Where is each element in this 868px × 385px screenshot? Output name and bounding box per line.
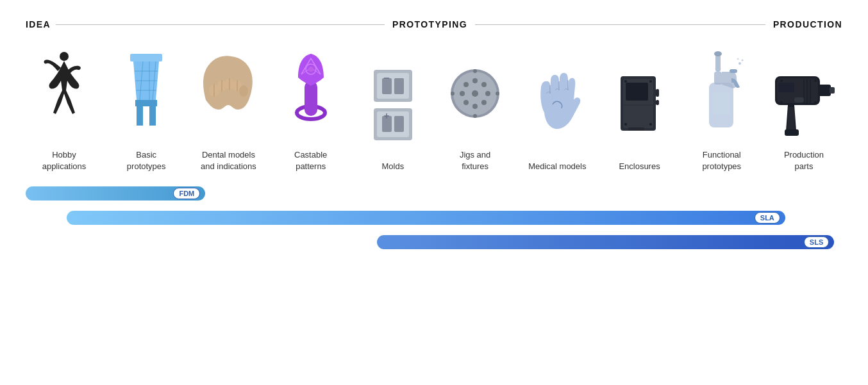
basic-image [114, 45, 178, 142]
svg-point-49 [451, 92, 455, 95]
svg-rect-78 [785, 129, 799, 136]
svg-point-87 [814, 101, 817, 104]
production-label: PRODUCTION [765, 19, 842, 29]
svg-point-0 [60, 52, 69, 61]
proto-wrap: PROTOTYPING [94, 19, 765, 29]
item-basic-prototypes: Basicprototypes [108, 45, 185, 172]
jigs-image [443, 45, 507, 142]
medical-label: Medical models [528, 161, 586, 172]
svg-rect-3 [137, 106, 143, 126]
line-mid-right [475, 24, 765, 25]
item-production-parts: Productionparts [765, 45, 842, 172]
svg-point-85 [814, 79, 817, 82]
item-jigs-fixtures: Jigs andfixtures [437, 45, 513, 172]
svg-rect-33 [394, 116, 404, 132]
svg-point-61 [649, 80, 652, 83]
item-enclosures: Enclosures [601, 57, 678, 172]
castable-label: Castablepatterns [294, 149, 327, 172]
svg-point-50 [496, 92, 499, 95]
item-castable-patterns: Castablepatterns [272, 45, 349, 172]
basic-label: Basicprototypes [127, 149, 166, 172]
svg-rect-56 [626, 83, 648, 101]
svg-point-40 [472, 104, 478, 109]
prototyping-label: PROTOTYPING [385, 19, 475, 29]
hobby-label: Hobbyapplications [42, 149, 87, 172]
idea-label: IDEA [26, 19, 51, 29]
svg-point-70 [737, 58, 739, 60]
functional-label: Functionalprototypes [702, 149, 741, 172]
item-functional-prototypes: Functionalprototypes [683, 45, 760, 172]
svg-point-23 [308, 67, 313, 72]
svg-point-63 [649, 123, 652, 126]
svg-rect-2 [135, 100, 157, 106]
fdm-label: FDM [173, 188, 200, 199]
enclosures-image [608, 57, 672, 153]
molds-label: Molds [382, 161, 405, 172]
svg-rect-59 [628, 127, 644, 131]
svg-point-15 [239, 85, 248, 97]
svg-rect-4 [149, 106, 156, 126]
sla-label: SLA [755, 212, 780, 224]
svg-rect-27 [394, 78, 404, 94]
svg-rect-72 [715, 54, 721, 72]
svg-rect-66 [714, 72, 722, 85]
line-mid-left [94, 24, 385, 25]
fdm-bar-row: FDM [26, 184, 842, 202]
svg-point-48 [473, 114, 477, 118]
sls-bar-row: SLS [26, 233, 842, 251]
item-molds: Molds [355, 57, 431, 172]
dental-label: Dental modelsand indications [201, 149, 256, 172]
production-label: Productionparts [784, 149, 824, 172]
jigs-label: Jigs andfixtures [460, 149, 490, 172]
svg-point-68 [739, 62, 741, 65]
svg-rect-77 [830, 87, 835, 94]
sls-bar: SLS [377, 235, 834, 249]
svg-point-39 [472, 78, 478, 83]
svg-rect-76 [818, 85, 831, 96]
sla-bar: SLA [67, 211, 785, 225]
svg-point-69 [741, 59, 743, 61]
svg-point-42 [485, 91, 490, 96]
svg-point-45 [463, 100, 469, 105]
dental-image [196, 45, 260, 142]
svg-rect-31 [377, 111, 409, 137]
svg-rect-67 [730, 69, 737, 73]
svg-point-60 [624, 80, 627, 83]
svg-rect-25 [377, 73, 409, 99]
castable-image [279, 45, 343, 142]
svg-rect-82 [794, 97, 804, 102]
items-row: Hobbyapplications [26, 45, 842, 172]
svg-rect-26 [382, 78, 392, 94]
production-image [772, 45, 836, 142]
svg-point-43 [463, 82, 469, 87]
svg-rect-1 [130, 54, 162, 61]
svg-rect-57 [656, 89, 659, 97]
hobby-image [32, 45, 96, 142]
bars-section: FDM SLA SLS [26, 184, 842, 251]
sla-bar-row: SLA [26, 209, 842, 227]
svg-rect-58 [656, 100, 659, 105]
svg-point-47 [473, 69, 477, 73]
main-container: IDEA PROTOTYPING PRODUCTION [0, 0, 868, 385]
svg-point-86 [780, 101, 783, 104]
sls-label: SLS [804, 236, 829, 248]
svg-point-46 [481, 100, 487, 105]
line-left [56, 24, 94, 25]
svg-point-44 [481, 82, 487, 87]
svg-rect-71 [712, 92, 730, 115]
medical-image [525, 57, 589, 153]
production-wrap: PRODUCTION [765, 19, 842, 29]
svg-rect-83 [778, 83, 794, 92]
enclosures-label: Enclosures [619, 161, 660, 172]
functional-image [690, 45, 754, 142]
svg-rect-21 [305, 81, 317, 116]
header-row: IDEA PROTOTYPING PRODUCTION [26, 19, 842, 29]
item-dental-models: Dental modelsand indications [190, 45, 267, 172]
svg-point-41 [460, 91, 465, 96]
molds-image [361, 57, 425, 153]
svg-point-73 [714, 51, 722, 56]
svg-point-62 [624, 123, 627, 126]
item-hobby-applications: Hobbyapplications [26, 45, 103, 172]
fdm-bar: FDM [26, 186, 205, 201]
svg-point-38 [472, 90, 478, 97]
